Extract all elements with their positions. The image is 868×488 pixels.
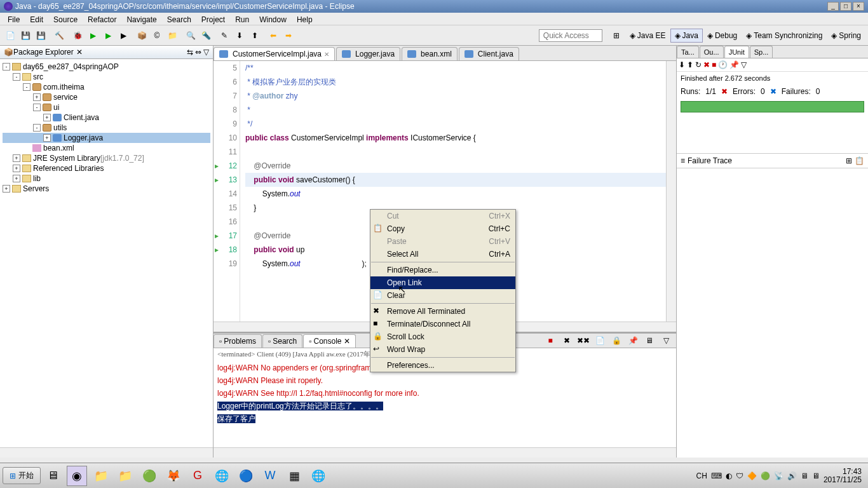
menu-item-find-replace-[interactable]: Find/Replace... bbox=[370, 264, 515, 276]
tree-toggle[interactable]: - bbox=[13, 73, 20, 81]
build-button[interactable]: 🔨 bbox=[52, 29, 66, 43]
save-all-button[interactable]: 💾 bbox=[34, 29, 48, 43]
menu-file[interactable]: File bbox=[3, 14, 25, 24]
task-word[interactable]: W bbox=[260, 466, 280, 486]
run-last-button[interactable]: ▶ bbox=[101, 29, 115, 43]
tree-toggle[interactable]: + bbox=[13, 175, 20, 182]
menu-search[interactable]: Search bbox=[162, 14, 196, 24]
console-output[interactable]: log4j:WARN No appenders er (org.springfr… bbox=[214, 360, 676, 447]
editor-tab[interactable]: CustomerServiceImpl.java✕ bbox=[214, 47, 335, 60]
menu-item-remove-all-terminated[interactable]: ✖Remove All Terminated bbox=[370, 305, 515, 318]
menu-edit[interactable]: Edit bbox=[25, 14, 48, 24]
open-console-icon[interactable]: ▽ bbox=[659, 334, 673, 348]
editor-tab[interactable]: Client.java bbox=[459, 47, 519, 60]
tree-toggle[interactable]: + bbox=[13, 165, 20, 172]
tree-item[interactable]: -ui bbox=[3, 102, 210, 112]
tray-icon5[interactable]: 📡 bbox=[774, 471, 783, 480]
menu-item-word-wrap[interactable]: ↩Word Wrap bbox=[370, 343, 515, 356]
task-chrome2[interactable]: 🌐 bbox=[308, 466, 329, 486]
display-icon[interactable]: 🖥 bbox=[642, 334, 656, 348]
lang-indicator[interactable]: CH bbox=[696, 471, 707, 480]
menu-help[interactable]: Help bbox=[292, 14, 318, 24]
editor-tab[interactable]: Logger.java bbox=[336, 47, 400, 60]
clear-icon[interactable]: 📄 bbox=[593, 334, 607, 348]
menu-icon[interactable]: ▽ bbox=[741, 60, 747, 69]
tree-toggle[interactable]: + bbox=[33, 93, 41, 101]
tree-item[interactable]: +service bbox=[3, 92, 210, 102]
open-type-button[interactable]: 🔍 bbox=[184, 29, 198, 43]
close-icon[interactable]: ✕ bbox=[324, 51, 329, 58]
task-app4[interactable]: 🔵 bbox=[236, 466, 256, 486]
save-button[interactable]: 💾 bbox=[18, 29, 32, 43]
menu-item-clear[interactable]: 📄Clear bbox=[370, 289, 515, 302]
perspective-team-synchronizing[interactable]: ◈Team Synchronizing bbox=[742, 29, 827, 43]
debug-button[interactable]: 🐞 bbox=[71, 29, 85, 43]
next-failure-icon[interactable]: ⬇ bbox=[679, 60, 685, 69]
menu-item-terminate-disconnect-all[interactable]: ■Terminate/Disconnect All bbox=[370, 318, 515, 330]
next-annotation-button[interactable]: ⬇ bbox=[233, 29, 247, 43]
menu-item-preferences-[interactable]: Preferences... bbox=[370, 359, 515, 372]
tray-icon4[interactable]: 🟢 bbox=[761, 471, 770, 480]
rerun-failed-icon[interactable]: ✖ bbox=[703, 60, 710, 69]
menu-refactor[interactable]: Refactor bbox=[83, 14, 121, 24]
task-app1[interactable]: 🟢 bbox=[139, 466, 159, 486]
horizontal-scrollbar[interactable] bbox=[0, 447, 213, 458]
new-folder-button[interactable]: 📁 bbox=[165, 29, 179, 43]
tree-toggle[interactable]: + bbox=[43, 114, 51, 121]
bottom-tab-search[interactable]: ▫Search bbox=[262, 334, 302, 348]
tree-toggle[interactable]: - bbox=[23, 83, 31, 91]
tree-item[interactable]: -utils bbox=[3, 123, 210, 133]
rerun-icon[interactable]: ↻ bbox=[695, 60, 702, 69]
tray-keyboard-icon[interactable]: ⌨ bbox=[711, 471, 722, 480]
menu-project[interactable]: Project bbox=[196, 14, 230, 24]
menu-item-open-link[interactable]: Open Link bbox=[370, 276, 515, 289]
view-menu-icon[interactable]: ▽ bbox=[203, 48, 209, 57]
tray-icon3[interactable]: 🔶 bbox=[747, 471, 757, 480]
task-chrome[interactable]: 🌐 bbox=[212, 466, 232, 486]
toggle-mark-button[interactable]: ✎ bbox=[217, 29, 231, 43]
bottom-tab-problems[interactable]: ▫Problems bbox=[214, 334, 262, 348]
tray-icon2[interactable]: 🛡 bbox=[736, 471, 743, 480]
remove-all-icon[interactable]: ✖✖ bbox=[576, 334, 590, 348]
pin-icon[interactable]: 📌 bbox=[729, 60, 739, 69]
right-tab[interactable]: Sp... bbox=[750, 46, 773, 58]
package-explorer-tree[interactable]: -day65_ee287_04springAOP-src-com.itheima… bbox=[0, 59, 213, 447]
tree-toggle[interactable]: - bbox=[3, 63, 10, 71]
open-perspective-button[interactable]: ⊞ bbox=[609, 29, 623, 43]
perspective-java[interactable]: ◈Java bbox=[670, 29, 703, 43]
forward-button[interactable]: ➡ bbox=[281, 29, 295, 43]
task-explorer[interactable]: 🖥 bbox=[43, 466, 63, 486]
menu-source[interactable]: Source bbox=[48, 14, 83, 24]
compare-icon[interactable]: ⊞ bbox=[846, 156, 852, 165]
task-app5[interactable]: ▦ bbox=[284, 466, 304, 486]
tray-icon1[interactable]: ◐ bbox=[726, 471, 732, 480]
tray-icon8[interactable]: 🖥 bbox=[812, 471, 820, 480]
menu-item-select-all[interactable]: Select AllCtrl+A bbox=[370, 248, 515, 261]
quick-access-input[interactable] bbox=[539, 29, 602, 42]
tree-item[interactable]: +Client.java bbox=[3, 112, 210, 123]
clock[interactable]: 17:43 2017/11/25 bbox=[824, 468, 862, 484]
menu-navigate[interactable]: Navigate bbox=[121, 14, 161, 24]
tree-toggle[interactable]: - bbox=[33, 104, 41, 111]
new-package-button[interactable]: 📦 bbox=[135, 29, 149, 43]
tree-item[interactable]: +Logger.java bbox=[3, 133, 210, 143]
right-tab[interactable]: JUnit bbox=[724, 46, 749, 58]
menu-item-scroll-lock[interactable]: 🔒Scroll Lock bbox=[370, 330, 515, 343]
start-button[interactable]: ⊞ 开始 bbox=[3, 467, 41, 484]
line-ruler[interactable]: 5678910111213141516171819 bbox=[214, 61, 240, 322]
perspective-java-ee[interactable]: ◈Java EE bbox=[625, 29, 670, 43]
tray-icon7[interactable]: 🖥 bbox=[801, 471, 808, 480]
tray-icon6[interactable]: 🔊 bbox=[787, 471, 797, 480]
tree-item[interactable]: +Referenced Libraries bbox=[3, 163, 210, 173]
menu-run[interactable]: Run bbox=[230, 14, 254, 24]
minimize-button[interactable]: _ bbox=[827, 2, 839, 11]
filter-icon[interactable]: 📋 bbox=[855, 156, 864, 165]
tree-item[interactable]: +Servers bbox=[3, 184, 210, 194]
close-button[interactable]: × bbox=[853, 2, 864, 11]
coverage-button[interactable]: ▶ bbox=[116, 29, 130, 43]
stop-icon[interactable]: ■ bbox=[712, 60, 716, 69]
tree-item[interactable]: +JRE System Library [jdk1.7.0_72] bbox=[3, 153, 210, 163]
task-app3[interactable]: G bbox=[187, 466, 208, 486]
collapse-all-icon[interactable]: ⇆ bbox=[187, 48, 193, 57]
task-folder[interactable]: 📁 bbox=[91, 466, 111, 486]
